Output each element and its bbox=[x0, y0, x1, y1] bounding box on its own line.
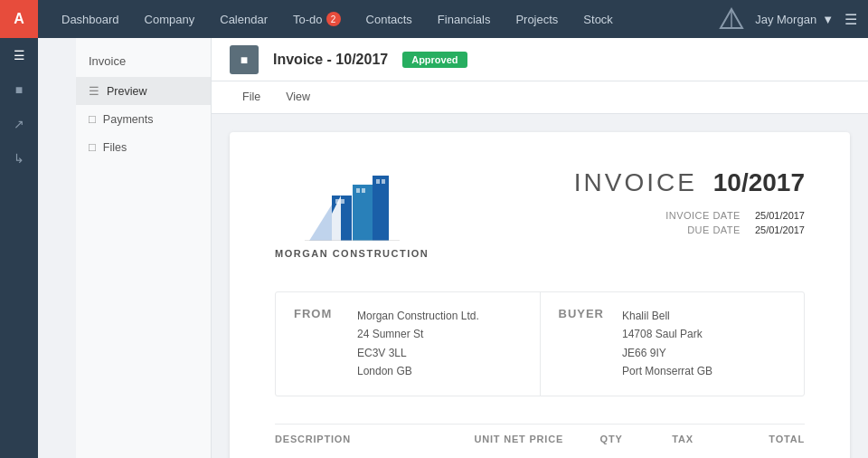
user-menu[interactable]: Jay Morgan ▼ bbox=[755, 13, 834, 26]
buyer-line3: JE66 9IY bbox=[622, 344, 712, 362]
from-line4: London GB bbox=[357, 362, 479, 380]
nav-dashboard[interactable]: Dashboard bbox=[49, 0, 132, 38]
from-line3: EC3V 3LL bbox=[357, 344, 479, 362]
from-label: FROM bbox=[294, 307, 339, 320]
hamburger-icon[interactable]: ☰ bbox=[844, 11, 857, 28]
th-total: TOTAL bbox=[721, 434, 805, 444]
page-header: ■ Invoice - 10/2017 Approved bbox=[212, 38, 868, 81]
buyer-label: BUYER bbox=[559, 307, 605, 320]
company-name-logo: MORGAN CONSTRUCTION bbox=[275, 248, 429, 259]
invoice-table-header: DESCRIPTION UNIT NET PRICE QTY TAX TOTAL bbox=[275, 424, 805, 452]
svg-rect-7 bbox=[356, 188, 360, 193]
invoice-parties: FROM Morgan Construction Ltd. 24 Sumner … bbox=[275, 291, 805, 396]
buyer-details: Khalil Bell 14708 Saul Park JE66 9IY Por… bbox=[622, 307, 712, 381]
th-unit-net-price: UNIT NET PRICE bbox=[460, 434, 578, 444]
main-container: Invoice ☰ Preview □ Payments □ Files ■ I… bbox=[76, 38, 868, 458]
todo-badge: 2 bbox=[326, 12, 341, 26]
due-date-value: 25/01/2017 bbox=[755, 224, 805, 235]
page-header-icon: ■ bbox=[230, 45, 259, 74]
sidebar-icon-list[interactable]: ☰ bbox=[0, 38, 38, 72]
content-area: ■ Invoice - 10/2017 Approved File View bbox=[212, 38, 868, 458]
invoice-dates: INVOICE DATE 25/01/2017 DUE DATE 25/01/2… bbox=[574, 210, 805, 235]
nav-contacts[interactable]: Contacts bbox=[354, 0, 425, 38]
from-line2: 24 Sumner St bbox=[357, 325, 479, 343]
svg-rect-10 bbox=[382, 179, 385, 184]
invoice-wrapper: MORGAN CONSTRUCTION INVOICE 10/2017 INVO… bbox=[212, 114, 868, 458]
invoice-header: MORGAN CONSTRUCTION INVOICE 10/2017 INVO… bbox=[275, 168, 805, 259]
tab-file[interactable]: File bbox=[230, 81, 273, 114]
app-logo[interactable]: A bbox=[0, 0, 38, 38]
secondary-sidebar-title: Invoice bbox=[76, 49, 211, 77]
nav-calendar[interactable]: Calendar bbox=[207, 0, 280, 38]
nav-stock[interactable]: Stock bbox=[571, 0, 626, 38]
invoice-title-area: INVOICE 10/2017 INVOICE DATE 25/01/2017 … bbox=[574, 168, 805, 239]
preview-icon: ☰ bbox=[89, 84, 99, 98]
th-description: DESCRIPTION bbox=[275, 434, 460, 444]
tab-view[interactable]: View bbox=[273, 81, 323, 114]
party-buyer: BUYER Khalil Bell 14708 Saul Park JE66 9… bbox=[541, 292, 805, 396]
company-logo-icon bbox=[282, 168, 422, 241]
sidebar-icon-arrow[interactable]: ↳ bbox=[0, 141, 38, 176]
invoice-date-label: INVOICE DATE bbox=[665, 210, 741, 221]
sidebar-nav-files[interactable]: □ Files bbox=[76, 133, 211, 161]
files-icon: □ bbox=[89, 140, 96, 154]
buyer-line1: Khalil Bell bbox=[622, 307, 712, 325]
th-qty: QTY bbox=[578, 434, 645, 444]
nav-financials[interactable]: Financials bbox=[425, 0, 504, 38]
nav-right: Jay Morgan ▼ ☰ bbox=[719, 6, 857, 32]
secondary-sidebar: Invoice ☰ Preview □ Payments □ Files bbox=[76, 38, 212, 458]
th-tax: TAX bbox=[645, 434, 721, 444]
brand-logo-icon bbox=[719, 6, 744, 32]
sidebar-nav-preview[interactable]: ☰ Preview bbox=[76, 77, 211, 105]
sidebar-nav-payments[interactable]: □ Payments bbox=[76, 105, 211, 133]
svg-rect-6 bbox=[341, 199, 344, 204]
due-date-label: DUE DATE bbox=[687, 224, 741, 235]
buyer-line2: 14708 Saul Park bbox=[622, 325, 712, 343]
nav-projects[interactable]: Projects bbox=[503, 0, 571, 38]
sidebar-icon-chart[interactable]: ↗ bbox=[0, 107, 38, 141]
invoice-date-row-1: INVOICE DATE 25/01/2017 bbox=[574, 210, 805, 221]
from-details: Morgan Construction Ltd. 24 Sumner St EC… bbox=[357, 307, 479, 381]
invoice-number: 10/2017 bbox=[713, 168, 805, 196]
svg-rect-3 bbox=[353, 185, 373, 241]
status-badge: Approved bbox=[402, 52, 467, 68]
invoice-date-row-2: DUE DATE 25/01/2017 bbox=[574, 224, 805, 235]
party-from: FROM Morgan Construction Ltd. 24 Sumner … bbox=[276, 292, 541, 396]
buyer-line4: Port Monserrat GB bbox=[622, 362, 712, 380]
invoice-document: MORGAN CONSTRUCTION INVOICE 10/2017 INVO… bbox=[230, 132, 850, 458]
invoice-logo-area: MORGAN CONSTRUCTION bbox=[275, 168, 429, 259]
from-line1: Morgan Construction Ltd. bbox=[357, 307, 479, 325]
page-title: Invoice - 10/2017 bbox=[273, 52, 388, 68]
sidebar-icon-dashboard[interactable]: ■ bbox=[0, 72, 38, 107]
app-sidebar: A ☰ ■ ↗ ↳ bbox=[0, 0, 38, 458]
svg-rect-4 bbox=[373, 176, 389, 241]
nav-items: Dashboard Company Calendar To-do 2 Conta… bbox=[49, 0, 719, 38]
payments-icon: □ bbox=[89, 112, 96, 126]
invoice-date-value: 25/01/2017 bbox=[755, 210, 805, 221]
tab-bar: File View bbox=[212, 81, 868, 114]
top-nav: Dashboard Company Calendar To-do 2 Conta… bbox=[38, 0, 868, 38]
nav-company[interactable]: Company bbox=[132, 0, 208, 38]
svg-rect-8 bbox=[362, 188, 365, 193]
nav-todo[interactable]: To-do 2 bbox=[280, 0, 354, 38]
svg-rect-9 bbox=[376, 179, 380, 184]
invoice-heading: INVOICE bbox=[574, 168, 697, 196]
svg-marker-12 bbox=[309, 205, 332, 241]
